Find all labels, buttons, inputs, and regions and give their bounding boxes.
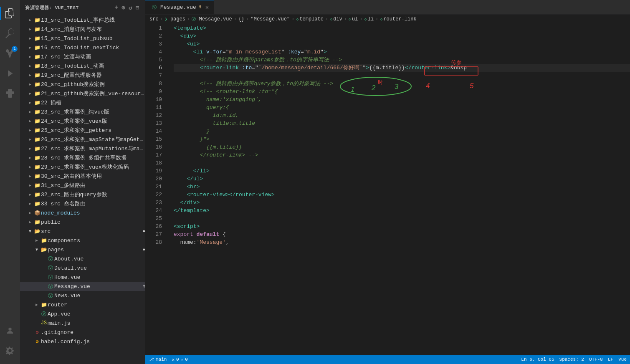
refresh-icon[interactable]: ↺	[128, 3, 133, 12]
list-item[interactable]: ⚙ babel.config.js	[20, 337, 145, 346]
list-item[interactable]: ▶ 📁 15_src_TodoList_pubsub	[20, 34, 145, 43]
list-item[interactable]: ⊘ .gitignore	[20, 328, 145, 337]
list-item[interactable]: ▶ 📁 13_src_TodoList_事件总线	[20, 15, 145, 25]
breadcrumb: src › ❯ pages › Ⓥ Message.vue › {} › "Me…	[145, 15, 630, 24]
js-file-icon: JS	[40, 320, 48, 326]
files-icon[interactable]	[0, 3, 20, 23]
line-num: 14	[145, 127, 162, 135]
list-item[interactable]: ▶ 📁 18_src_TodoList_动画	[20, 61, 145, 71]
list-item[interactable]: Ⓥ News.vue	[20, 291, 145, 300]
tree-item-label: node_modules	[41, 210, 145, 216]
list-item[interactable]: ▶ 📁 26_src_求和案例_mapState与mapGett...	[20, 135, 145, 144]
list-item[interactable]: ▶ 📁 16_src_TodoList_nextTick	[20, 43, 145, 52]
tab-close-button[interactable]: ✕	[205, 4, 209, 11]
breadcrumb-sep: ›	[291, 16, 294, 22]
language-text: Vue	[618, 357, 627, 362]
tree-item-label: 13_src_TodoList_事件总线	[41, 16, 145, 24]
expand-arrow: ▶	[27, 100, 33, 105]
status-line-col[interactable]: Ln 6, Col 65	[521, 357, 554, 362]
run-icon[interactable]	[0, 63, 20, 83]
breadcrumb-sep: ›	[234, 16, 237, 22]
source-control-icon[interactable]: 1	[0, 43, 20, 63]
line-num: 22	[145, 191, 162, 199]
list-item[interactable]: ▶ 📁 30_src_路由的基本使用	[20, 172, 145, 181]
breadcrumb-message-vue-2[interactable]: "Message.vue"	[251, 16, 290, 22]
collapse-icon[interactable]: ⊟	[135, 3, 140, 12]
tree-item-label: babel.config.js	[41, 339, 145, 345]
search-icon[interactable]	[0, 23, 20, 43]
list-item[interactable]: ▶ 📁 32_src_路由的query参数	[20, 190, 145, 199]
list-item[interactable]: ▼ 📂 pages ●	[20, 245, 145, 254]
expand-arrow: ▶	[27, 63, 33, 68]
breadcrumb-li[interactable]: ◇li	[364, 16, 374, 22]
tab-message-vue[interactable]: Ⓥ Message.vue M ✕	[145, 0, 214, 14]
list-item[interactable]: ▼ 📂 src ●	[20, 227, 145, 236]
status-spaces[interactable]: Spaces: 2	[559, 357, 584, 362]
line-num: 23	[145, 199, 162, 207]
folder-icon: 📁	[33, 35, 41, 42]
list-item[interactable]: ▶ 📁 20_src_github搜索案例	[20, 80, 145, 89]
code-line-28: name:'Message',	[174, 238, 630, 246]
breadcrumb-message-vue[interactable]: Ⓥ Message.vue	[192, 16, 232, 22]
list-item[interactable]: ▶ 📁 14_src_消息订阅与发布	[20, 25, 145, 34]
list-item[interactable]: ▶ 📁 components	[20, 236, 145, 245]
list-item[interactable]: ▶ 📁 17_src_过渡与动画	[20, 52, 145, 61]
breadcrumb-src[interactable]: src	[149, 16, 159, 22]
settings-icon[interactable]	[0, 341, 20, 361]
list-item[interactable]: ▶ 📁 22_插槽	[20, 98, 145, 107]
config-file-icon: ⚙	[33, 339, 41, 345]
activity-bar: 1	[0, 0, 20, 364]
list-item-router[interactable]: ▶ 📁 router	[20, 300, 145, 309]
vue-file-icon: Ⓥ	[47, 265, 54, 272]
list-item[interactable]: Ⓥ Detail.vue	[20, 263, 145, 273]
editor[interactable]: 1 2 3 4 5 6 7 8 9 10 11 12 13 14 15 16 1…	[145, 24, 630, 355]
list-item[interactable]: ▶ 📁 28_src_求和案例_多组件共享数据	[20, 153, 145, 162]
status-language[interactable]: Vue	[618, 357, 627, 362]
new-folder-icon[interactable]: ⊕	[121, 3, 126, 12]
list-item[interactable]: ▶ 📁 29_src_求和案例_vuex模块化编码	[20, 162, 145, 172]
breadcrumb-ul[interactable]: ◇ul	[349, 16, 358, 22]
list-item[interactable]: Ⓥ About.vue	[20, 254, 145, 263]
account-icon[interactable]	[0, 321, 20, 341]
list-item[interactable]: ▶ 📁 27_src_求和案例_mapMutations与ma...	[20, 144, 145, 153]
sidebar-title: 资源管理器: VUE_TEST	[25, 5, 79, 11]
list-item[interactable]: JS main.js	[20, 318, 145, 328]
list-item[interactable]: ▶ 📁 31_src_多级路由	[20, 181, 145, 190]
breadcrumb-pages[interactable]: ❯ pages	[165, 16, 185, 22]
list-item[interactable]: ▶ 📁 33_src_命名路由	[20, 199, 145, 208]
breadcrumb-div[interactable]: ◇div	[330, 16, 342, 22]
line-num: 3	[145, 40, 162, 48]
extensions-icon[interactable]	[0, 83, 20, 104]
list-item[interactable]: Ⓥ Home.vue	[20, 273, 145, 282]
status-encoding[interactable]: UTF-8	[589, 357, 603, 362]
list-item[interactable]: ▶ 📁 23_src_求和案例_纯vue版	[20, 107, 145, 116]
line-num: 7	[145, 72, 162, 80]
code-area[interactable]: <template> <div> <ul> <li v-for="m in me…	[167, 24, 630, 355]
code-line-19: </li>	[174, 167, 630, 175]
breadcrumb-template[interactable]: ◇template	[296, 16, 324, 22]
tree-item-label: 28_src_求和案例_多组件共享数据	[41, 154, 145, 162]
line-num: 24	[145, 207, 162, 215]
list-item[interactable]: ▶ 📁 21_src_github搜索案例_vue-resource	[20, 89, 145, 98]
code-line-4: <li v-for="m in messageList" :key="m.id"…	[174, 48, 630, 56]
expand-arrow: ▼	[27, 229, 33, 234]
line-num: 19	[145, 167, 162, 175]
breadcrumb-script-block[interactable]: {}	[238, 16, 244, 22]
breadcrumb-router-link[interactable]: ◇router-link	[380, 16, 416, 22]
list-item[interactable]: ▶ 📁 public	[20, 217, 145, 227]
list-item[interactable]: ▶ 📁 25_src_求和案例_getters	[20, 126, 145, 135]
status-branch[interactable]: ⎇ main	[149, 357, 167, 362]
list-item[interactable]: ▶ 📁 24_src_求和案例_vuex版	[20, 116, 145, 126]
sidebar: 资源管理器: VUE_TEST + ⊕ ↺ ⊟ ▶ 📁 13_src_TodoL…	[20, 0, 145, 364]
line-num: 9	[145, 88, 162, 96]
status-eol[interactable]: LF	[608, 357, 613, 362]
new-file-icon[interactable]: +	[114, 3, 119, 12]
expand-arrow: ▶	[27, 109, 33, 114]
vue-tab-icon: Ⓥ	[150, 4, 158, 10]
list-item[interactable]: Ⓥ App.vue	[20, 309, 145, 318]
list-item[interactable]: ▶ 📁 19_src_配置代理服务器	[20, 71, 145, 80]
list-item[interactable]: ▶ 📦 node_modules	[20, 208, 145, 217]
status-errors[interactable]: ✕ 0 ⚠ 0	[172, 357, 187, 362]
expand-arrow: ▶	[33, 238, 40, 243]
list-item-message-vue[interactable]: Ⓥ Message.vue M	[20, 282, 145, 291]
